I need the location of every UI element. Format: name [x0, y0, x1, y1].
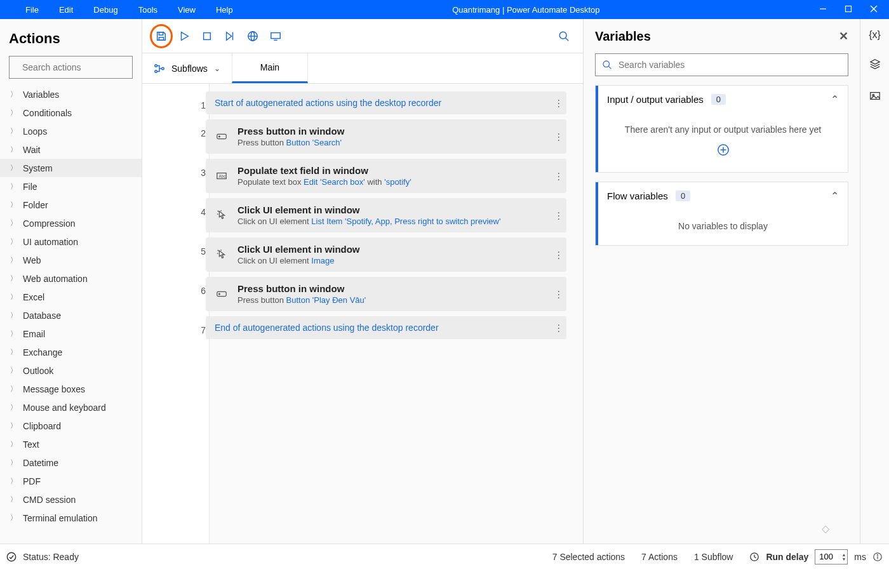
subflows-dropdown[interactable]: Subflows ⌄: [142, 53, 232, 83]
line-number: 3: [187, 159, 206, 178]
category-conditionals[interactable]: 〉Conditionals: [0, 104, 142, 122]
step-menu-button[interactable]: ···: [558, 171, 560, 181]
category-ui-automation[interactable]: 〉UI automation: [0, 232, 142, 251]
eraser-icon[interactable]: ◇: [822, 523, 829, 535]
category-terminal-emulation[interactable]: 〉Terminal emulation: [0, 509, 142, 527]
category-excel[interactable]: 〉Excel: [0, 288, 142, 306]
menu-file[interactable]: File: [25, 5, 39, 15]
images-rail-icon[interactable]: [869, 90, 881, 104]
menu-debug[interactable]: Debug: [93, 5, 117, 15]
category-text[interactable]: 〉Text: [0, 435, 142, 453]
flow-step[interactable]: End of autogenerated actions using the d…: [206, 316, 566, 339]
desktop-recorder-button[interactable]: [264, 25, 287, 48]
save-button[interactable]: [150, 25, 173, 48]
category-message-boxes[interactable]: 〉Message boxes: [0, 380, 142, 398]
category-clipboard[interactable]: 〉Clipboard: [0, 417, 142, 435]
chevron-right-icon: 〉: [10, 366, 17, 375]
category-wait[interactable]: 〉Wait: [0, 140, 142, 159]
flow-step[interactable]: Click UI element in windowClick on UI el…: [206, 237, 566, 272]
line-number: 2: [187, 119, 206, 138]
minimize-button[interactable]: [819, 5, 827, 15]
flow-variables-header[interactable]: Flow variables 0 ⌃: [596, 182, 848, 210]
svg-point-21: [162, 67, 164, 70]
variables-search[interactable]: [595, 53, 848, 76]
category-database[interactable]: 〉Database: [0, 306, 142, 324]
category-web-automation[interactable]: 〉Web automation: [0, 269, 142, 288]
chevron-right-icon: 〉: [10, 403, 17, 412]
flow-step[interactable]: Press button in windowPress button Butto…: [206, 277, 566, 311]
svg-line-26: [218, 211, 219, 212]
chevron-right-icon: 〉: [10, 145, 17, 154]
run-button[interactable]: [173, 25, 196, 48]
line-number: 4: [187, 198, 206, 217]
category-datetime[interactable]: 〉Datetime: [0, 453, 142, 472]
chevron-right-icon: 〉: [10, 163, 17, 173]
svg-rect-1: [846, 6, 852, 11]
search-flow-button[interactable]: [552, 25, 575, 48]
category-web[interactable]: 〉Web: [0, 251, 142, 269]
add-io-variable-button[interactable]: [607, 144, 839, 158]
step-menu-button[interactable]: ···: [558, 132, 560, 142]
line-number: 6: [187, 277, 206, 296]
collapse-icon[interactable]: ⌃: [831, 190, 839, 202]
chevron-right-icon: 〉: [10, 126, 17, 136]
flow-step[interactable]: AbcPopulate text field in windowPopulate…: [206, 159, 566, 193]
button-icon: [215, 130, 229, 144]
svg-rect-15: [271, 32, 280, 38]
flow-step[interactable]: Start of autogenerated actions using the…: [206, 91, 566, 114]
step-menu-button[interactable]: ···: [558, 211, 560, 220]
category-loops[interactable]: 〉Loops: [0, 122, 142, 140]
flow-step[interactable]: Press button in windowPress button Butto…: [206, 119, 566, 154]
menu-edit[interactable]: Edit: [59, 5, 73, 15]
category-pdf[interactable]: 〉PDF: [0, 472, 142, 490]
svg-rect-9: [204, 32, 211, 39]
close-variables-button[interactable]: ✕: [839, 29, 848, 43]
line-number: 1: [187, 91, 206, 110]
status-ready: Status: Ready: [6, 552, 79, 562]
menu-help[interactable]: Help: [216, 5, 233, 15]
stop-button[interactable]: [196, 25, 218, 48]
actions-panel: Actions 〉Variables〉Conditionals〉Loops〉Wa…: [0, 19, 142, 544]
flow-step[interactable]: Click UI element in windowClick on UI el…: [206, 198, 566, 232]
actions-search-input[interactable]: [22, 62, 133, 72]
menu-tools[interactable]: Tools: [138, 5, 157, 15]
step-menu-button[interactable]: ···: [558, 290, 560, 299]
category-system[interactable]: 〉System: [0, 159, 142, 177]
category-file[interactable]: 〉File: [0, 177, 142, 196]
layers-rail-icon[interactable]: [869, 58, 881, 72]
actions-category-list[interactable]: 〉Variables〉Conditionals〉Loops〉Wait〉Syste…: [0, 85, 142, 544]
step-menu-button[interactable]: ···: [558, 98, 560, 108]
variables-search-input[interactable]: [618, 60, 841, 70]
io-variables-header[interactable]: Input / output variables 0 ⌃: [596, 86, 848, 113]
maximize-button[interactable]: [845, 5, 852, 15]
svg-line-29: [218, 250, 219, 251]
web-recorder-button[interactable]: [241, 25, 264, 48]
spinner-buttons[interactable]: ▲▼: [841, 552, 846, 561]
chevron-right-icon: 〉: [10, 329, 17, 338]
titlebar: FileEditDebugToolsViewHelp Quantrimang |…: [0, 0, 889, 19]
tab-main[interactable]: Main: [232, 53, 308, 83]
category-exchange[interactable]: 〉Exchange: [0, 343, 142, 361]
menu-view[interactable]: View: [178, 5, 196, 15]
close-button[interactable]: [870, 5, 878, 15]
step-button[interactable]: [218, 25, 241, 48]
click-icon: [215, 208, 229, 222]
category-outlook[interactable]: 〉Outlook: [0, 361, 142, 380]
actions-count: 7 Actions: [641, 552, 678, 562]
step-menu-button[interactable]: ···: [558, 323, 560, 333]
category-cmd-session[interactable]: 〉CMD session: [0, 490, 142, 509]
svg-point-34: [603, 61, 610, 67]
info-icon[interactable]: [872, 552, 883, 562]
step-menu-button[interactable]: ···: [558, 250, 560, 260]
category-mouse-and-keyboard[interactable]: 〉Mouse and keyboard: [0, 398, 142, 417]
actions-search[interactable]: [9, 56, 133, 79]
category-email[interactable]: 〉Email: [0, 324, 142, 343]
variables-panel: Variables ✕ Input / output variables 0 ⌃…: [583, 19, 860, 544]
category-folder[interactable]: 〉Folder: [0, 196, 142, 214]
variables-rail-icon[interactable]: {x}: [869, 29, 881, 41]
category-variables[interactable]: 〉Variables: [0, 85, 142, 104]
collapse-icon[interactable]: ⌃: [831, 93, 839, 105]
svg-point-42: [7, 552, 15, 561]
svg-text:Abc: Abc: [219, 174, 226, 178]
category-compression[interactable]: 〉Compression: [0, 214, 142, 232]
